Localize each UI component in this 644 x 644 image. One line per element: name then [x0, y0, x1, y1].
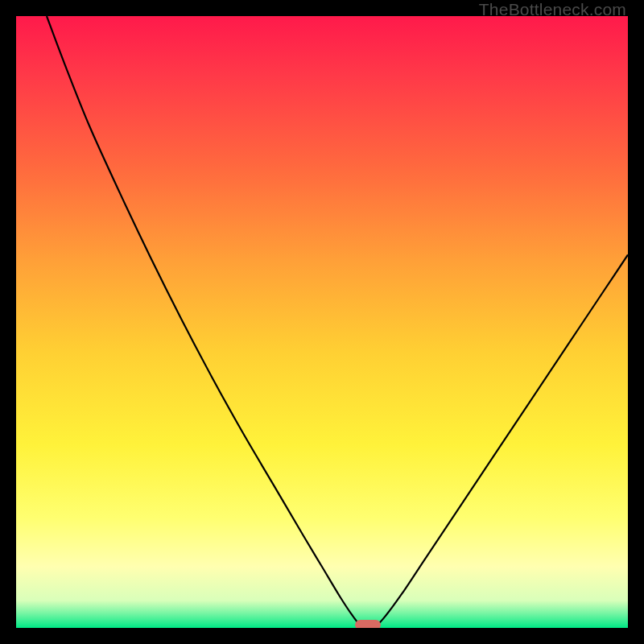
chart-frame: TheBottleneck.com	[0, 0, 644, 644]
gradient-background	[16, 16, 628, 628]
optimal-marker	[355, 620, 381, 628]
plot-area	[16, 16, 628, 628]
plot-svg	[16, 16, 628, 628]
watermark-text: TheBottleneck.com	[479, 0, 626, 19]
